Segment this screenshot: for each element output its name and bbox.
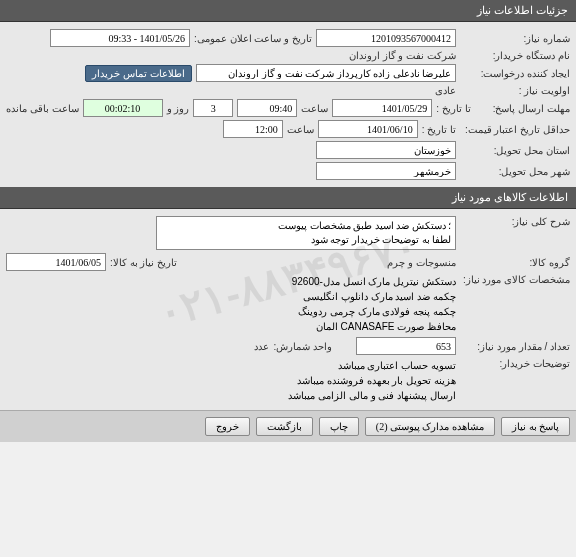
- label-priority: اولویت نیاز :: [460, 85, 570, 96]
- label-province: استان محل تحویل:: [460, 145, 570, 156]
- priority-value: عادی: [435, 85, 456, 96]
- announce-time-input[interactable]: [50, 29, 190, 47]
- label-buyer-name: نام دستگاه خریدار:: [460, 50, 570, 61]
- label-goods-spec: مشخصات کالای مورد نیاز:: [460, 274, 570, 285]
- goods-form: شرح کلی نیاز: گروه کالا: منسوجات و چرم ت…: [0, 209, 576, 410]
- buyer-contact-button[interactable]: اطلاعات تماس خریدار: [85, 65, 192, 82]
- attachments-button[interactable]: مشاهده مدارک پیوستی (2): [365, 417, 495, 436]
- need-desc-textarea[interactable]: [156, 216, 456, 250]
- label-need-desc: شرح کلی نیاز:: [460, 216, 570, 227]
- time-left-input[interactable]: [83, 99, 163, 117]
- label-need-no: شماره نیاز:: [460, 33, 570, 44]
- label-unit: واحد شمارش:: [273, 341, 332, 352]
- back-button[interactable]: بازگشت: [256, 417, 313, 436]
- label-reply-deadline: مهلت ارسال پاسخ:: [475, 103, 570, 114]
- label-announce-time: تاریخ و ساعت اعلان عمومی:: [194, 33, 312, 44]
- label-qty: تعداد / مقدار مورد نیاز:: [460, 341, 570, 352]
- buyer-notes-value: تسویه حساب اعتباری میباشد هزینه تحویل با…: [288, 358, 456, 403]
- need-no-input[interactable]: [316, 29, 456, 47]
- label-min-validity: حداقل تاریخ اعتبار قیمت:: [460, 124, 570, 135]
- label-hour-1: ساعت: [301, 103, 328, 114]
- goods-spec-value: دستکش نیتریل مارک انسل مدل-92600 چکمه ضد…: [292, 274, 456, 334]
- label-hour-2: ساعت: [287, 124, 314, 135]
- province-input[interactable]: [316, 141, 456, 159]
- need-info-form: شماره نیاز: تاریخ و ساعت اعلان عمومی: نا…: [0, 22, 576, 187]
- print-button[interactable]: چاپ: [319, 417, 359, 436]
- city-input[interactable]: [316, 162, 456, 180]
- need-by-date-input[interactable]: [6, 253, 106, 271]
- goods-group-value: منسوجات و چرم: [387, 257, 456, 268]
- label-buyer-notes: توضیحات خریدار:: [460, 358, 570, 369]
- reply-hour-input[interactable]: [237, 99, 297, 117]
- buyer-name-value: شرکت نفت و گاز اروندان: [349, 50, 456, 61]
- label-day-and: روز و: [167, 103, 190, 114]
- label-to-date-2: تا تاریخ :: [422, 124, 456, 135]
- reply-button[interactable]: پاسخ به نیاز: [501, 417, 570, 436]
- button-bar: پاسخ به نیاز مشاهده مدارک پیوستی (2) چاپ…: [0, 410, 576, 442]
- label-city: شهر محل تحویل:: [460, 166, 570, 177]
- days-left-input[interactable]: [193, 99, 233, 117]
- label-requester: ایجاد کننده درخواست:: [460, 68, 570, 79]
- qty-input[interactable]: [356, 337, 456, 355]
- validity-date-input[interactable]: [318, 120, 418, 138]
- section-header-goods: اطلاعات کالاهای مورد نیاز: [0, 187, 576, 209]
- validity-hour-input[interactable]: [223, 120, 283, 138]
- unit-value: عدد: [254, 341, 269, 352]
- label-remaining: ساعت باقی مانده: [6, 103, 79, 114]
- label-to-date: تا تاریخ :: [436, 103, 470, 114]
- reply-date-input[interactable]: [332, 99, 432, 117]
- section-header-need-info: جزئیات اطلاعات نیاز: [0, 0, 576, 22]
- label-goods-group: گروه کالا:: [460, 257, 570, 268]
- requester-input[interactable]: [196, 64, 456, 82]
- label-need-by-date: تاریخ نیاز به کالا:: [110, 257, 177, 268]
- exit-button[interactable]: خروج: [205, 417, 250, 436]
